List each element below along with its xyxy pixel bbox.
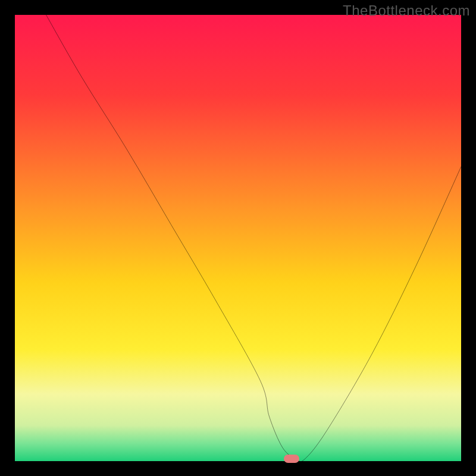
bottleneck-curve	[15, 15, 461, 461]
chart-frame: TheBottleneck.com	[0, 0, 476, 476]
optimal-marker	[284, 455, 299, 463]
watermark-text: TheBottleneck.com	[343, 2, 470, 19]
plot-area	[15, 15, 461, 461]
